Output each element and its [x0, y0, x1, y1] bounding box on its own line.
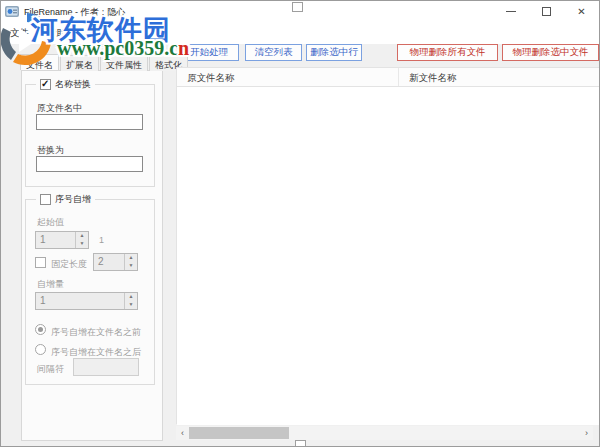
- replace-with-input[interactable]: [36, 156, 143, 172]
- spin-up-icon[interactable]: ▲: [125, 293, 137, 301]
- spin-up-icon[interactable]: ▲: [76, 232, 88, 240]
- spinner-buttons[interactable]: ▲▼: [124, 293, 137, 309]
- artifact-square-top: [292, 2, 303, 12]
- maximize-button[interactable]: [532, 1, 561, 22]
- close-button[interactable]: ✕: [567, 1, 596, 22]
- fixed-length-label: 固定长度: [51, 258, 87, 271]
- physical-delete-all-button[interactable]: 物理删除所有文件: [397, 44, 498, 61]
- name-replace-checkbox[interactable]: [40, 79, 51, 90]
- start-value: 1: [36, 232, 75, 248]
- start-value-label: 起始值: [37, 216, 64, 229]
- seq-after-radio[interactable]: [35, 344, 46, 355]
- column-original-name[interactable]: 原文件名称: [177, 68, 399, 86]
- menu-file[interactable]: 文件: [1, 24, 38, 43]
- tab-file-attributes[interactable]: 文件属性: [100, 55, 148, 71]
- find-in-name-input[interactable]: [36, 114, 143, 130]
- file-table: 原文件名称 新文件名称: [176, 67, 600, 424]
- seq-before-label: 序号自增在文件名之前: [51, 326, 141, 339]
- tab-extension[interactable]: 扩展名: [60, 55, 99, 71]
- app-window: FileRename - 作者：隐心 ✕ 文件 帮助 开始处理 清空列表 删除选…: [0, 0, 600, 447]
- sequence-label: 序号自增: [55, 193, 91, 206]
- separator-input[interactable]: [73, 358, 139, 376]
- menu-help[interactable]: 帮助: [38, 24, 75, 43]
- tab-filename[interactable]: 文件名: [20, 54, 59, 70]
- start-value-preview: 1: [99, 235, 104, 245]
- horizontal-scrollbar[interactable]: ‹ ›: [176, 426, 593, 440]
- artifact-square-bottom: [295, 440, 306, 447]
- sequence-checkbox[interactable]: [40, 194, 51, 205]
- name-replace-legend: 名称替换: [36, 78, 95, 91]
- scroll-right-icon[interactable]: ›: [580, 426, 593, 440]
- spin-up-icon[interactable]: ▲: [125, 254, 137, 262]
- increment-label: 自增量: [37, 278, 64, 291]
- spinner-buttons[interactable]: ▲▼: [75, 232, 88, 248]
- seq-before-radio[interactable]: [35, 324, 46, 335]
- fixed-length-spinner[interactable]: 2 ▲▼: [93, 253, 138, 271]
- close-icon: ✕: [577, 6, 585, 17]
- minimize-button[interactable]: [496, 1, 525, 22]
- file-table-header: 原文件名称 新文件名称: [177, 68, 600, 87]
- increment-value: 1: [36, 293, 124, 309]
- window-title: FileRename - 作者：隐心: [24, 6, 126, 19]
- increment-spinner[interactable]: 1 ▲▼: [35, 292, 138, 310]
- scrollbar-thumb[interactable]: [189, 427, 289, 439]
- start-value-spinner[interactable]: 1 ▲▼: [35, 231, 89, 249]
- tab-strip: 文件名 扩展名 文件属性 格式化: [20, 55, 189, 71]
- name-replace-label: 名称替换: [55, 78, 91, 91]
- app-icon: [5, 4, 20, 18]
- spin-down-icon[interactable]: ▼: [76, 240, 88, 248]
- scroll-left-icon[interactable]: ‹: [176, 426, 189, 440]
- physical-delete-selected-button[interactable]: 物理删除选中文件: [502, 44, 599, 61]
- spinner-buttons[interactable]: ▲▼: [124, 254, 137, 270]
- scrollbar-track[interactable]: [189, 426, 580, 440]
- minimize-icon: [506, 11, 516, 12]
- separator-label: 间隔符: [37, 363, 64, 376]
- menu-bar: 文件 帮助: [1, 22, 599, 44]
- spin-down-icon[interactable]: ▼: [125, 301, 137, 309]
- column-new-name[interactable]: 新文件名称: [399, 68, 600, 86]
- fixed-length-checkbox[interactable]: [35, 257, 46, 268]
- maximize-icon: [542, 7, 551, 16]
- fixed-length-value: 2: [94, 254, 124, 270]
- spin-down-icon[interactable]: ▼: [125, 262, 137, 270]
- delete-selected-row-button[interactable]: 删除选中行: [306, 44, 362, 61]
- sequence-legend: 序号自增: [36, 193, 95, 206]
- clear-list-button[interactable]: 清空列表: [245, 44, 302, 61]
- file-table-body: [177, 87, 600, 425]
